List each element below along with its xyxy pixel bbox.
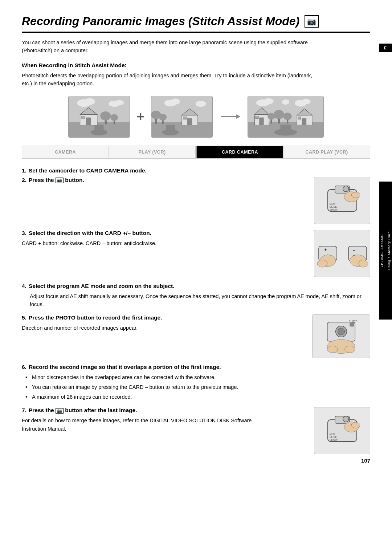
step-2-wrapper: 2. Press the 📷 button. MIX/ SLIDE SHOW: [22, 177, 370, 224]
step-2-text: Press the 📷 button.: [29, 177, 84, 183]
svg-point-86: [343, 416, 349, 422]
svg-rect-19: [166, 125, 175, 134]
side-tab-e: E: [379, 44, 392, 52]
svg-rect-3: [94, 125, 103, 134]
step-4-number: 4.: [22, 283, 26, 289]
scene-svg-1: [69, 96, 130, 137]
step-7-number: 7.: [22, 407, 26, 414]
page-number: 107: [361, 458, 370, 464]
intro-paragraph: You can shoot a series of overlapping im…: [22, 38, 319, 55]
step-6: 6. Record the second image so that it ov…: [22, 364, 319, 370]
scene-svg-2: [151, 96, 212, 137]
scene-svg-3: [248, 96, 323, 137]
step-7-body: For details on how to merge these images…: [22, 416, 254, 433]
step-3-body: CARD + button: clockwise. CARD – button:…: [22, 239, 254, 247]
tab-card-camera[interactable]: CARD CAMERA: [197, 146, 283, 158]
svg-rect-40: [256, 116, 258, 118]
step-3-image: + ▶▶ – ◀◀: [314, 230, 370, 277]
step-3: 3. Select the direction with the CARD +/…: [22, 230, 254, 236]
step-3-text: Select the direction with the CARD +/– b…: [29, 230, 151, 236]
svg-point-80: [327, 346, 338, 353]
title-text: Recording Panoramic Images (Stitch Assis…: [22, 15, 299, 28]
section1-heading: When Recording in Stitch Assist Mode:: [22, 62, 370, 69]
svg-rect-44: [298, 117, 301, 119]
step-7-image: MIX/ SLIDE SHOW: [314, 407, 370, 454]
svg-point-76: [338, 328, 344, 335]
svg-rect-6: [86, 117, 91, 125]
svg-point-9: [100, 111, 111, 121]
svg-rect-23: [183, 117, 186, 119]
svg-point-52: [264, 98, 274, 104]
step-5-svg: PHOTO: [314, 315, 368, 357]
svg-point-11: [110, 114, 118, 121]
svg-rect-39: [259, 117, 264, 125]
svg-point-60: [351, 192, 360, 198]
panoramic-illustration: +: [22, 96, 370, 138]
step-3-number: 3.: [22, 230, 26, 236]
svg-point-54: [302, 99, 311, 104]
pano-image-2: [151, 96, 213, 138]
step-4-body: Adjust focus and AE shift manually as ne…: [22, 292, 370, 309]
step-2-number: 2.: [22, 177, 26, 183]
step-2-svg: MIX/ SLIDE SHOW: [317, 179, 368, 222]
page-title: Recording Panoramic Images (Stitch Assis…: [22, 15, 370, 33]
side-tab-label: E: [384, 46, 387, 50]
bullet-2: You can retake an image by pressing the …: [25, 383, 370, 391]
tab-play-vcr[interactable]: PLAY (VCR): [109, 146, 196, 158]
step-5-image: PHOTO: [312, 314, 370, 358]
button-icon-2: 📷: [56, 178, 64, 183]
step-5-text: Press the PHOTO button to record the fir…: [29, 314, 162, 321]
tab-card-play-vcr[interactable]: CARD PLAY (VCR): [283, 146, 370, 158]
plus-symbol: +: [136, 109, 144, 125]
svg-point-73: [359, 260, 368, 267]
title-icon: 📷: [305, 15, 319, 28]
step-3-content: 3. Select the direction with the CARD +/…: [22, 230, 254, 247]
bullet-1: Minor discrepancies in the overlapped ar…: [25, 373, 370, 382]
svg-point-48: [283, 113, 292, 120]
pano-image-merged: [248, 96, 324, 138]
step-1-number: 1.: [22, 167, 26, 174]
svg-point-30: [196, 101, 206, 107]
button-icon-7: 📷: [56, 408, 64, 414]
step-2: 2. Press the 📷 button.: [22, 177, 254, 183]
svg-text:–: –: [353, 248, 355, 253]
step-6-text: Record the second image so that it overl…: [29, 364, 221, 370]
step-5: 5. Press the PHOTO button to record the …: [22, 314, 254, 321]
step-7-svg: MIX/ SLIDE SHOW: [317, 409, 368, 452]
step-6-number: 6.: [22, 364, 26, 370]
svg-text:SHOW: SHOW: [330, 208, 338, 211]
svg-point-68: [317, 260, 327, 267]
step-7-wrapper: 7. Press the 📷 button after the last ima…: [22, 407, 370, 454]
svg-rect-36: [281, 125, 291, 134]
side-label-bar: ZR70MC ZR65MCUsing a Memory Card: [379, 182, 392, 320]
mode-tabs: CAMERA PLAY (VCR) CARD CAMERA CARD PLAY …: [22, 146, 370, 159]
svg-point-50: [268, 113, 275, 120]
svg-point-58: [343, 186, 349, 192]
side-label-wrapper: ZR70MC ZR65MCUsing a Memory Card: [379, 182, 392, 320]
svg-text:+: +: [324, 247, 327, 253]
step-5-body: Direction and number of recorded images …: [22, 324, 254, 332]
step-4: 4. Select the program AE mode and zoom o…: [22, 283, 319, 289]
step-5-number: 5.: [22, 314, 26, 321]
svg-text:SLIDE: SLIDE: [330, 206, 337, 208]
svg-point-29: [171, 98, 180, 105]
svg-rect-43: [302, 118, 306, 125]
svg-point-55: [282, 99, 290, 105]
svg-rect-7: [81, 116, 85, 119]
svg-rect-77: [350, 323, 354, 326]
svg-marker-32: [236, 114, 240, 119]
tab-camera[interactable]: CAMERA: [22, 146, 109, 158]
step-6-bullets: Minor discrepancies in the overlapped ar…: [22, 373, 370, 402]
svg-text:SLIDE: SLIDE: [330, 436, 337, 438]
svg-text:SHOW: SHOW: [330, 439, 338, 441]
step-3-wrapper: 3. Select the direction with the CARD +/…: [22, 230, 370, 277]
svg-point-15: [115, 100, 124, 105]
step-3-svg: + ▶▶ – ◀◀: [315, 232, 369, 275]
step-7-content: 7. Press the 📷 button after the last ima…: [22, 407, 254, 433]
svg-point-27: [159, 114, 167, 121]
section1-body: PhotoStitch detects the overlapping port…: [22, 72, 319, 88]
step-5-content: 5. Press the PHOTO button to record the …: [22, 314, 254, 332]
svg-text:MIX/: MIX/: [330, 433, 335, 435]
step-7-text: Press the 📷 button after the last image.: [29, 407, 137, 414]
step-4-text: Select the program AE mode and zoom on t…: [29, 283, 175, 289]
